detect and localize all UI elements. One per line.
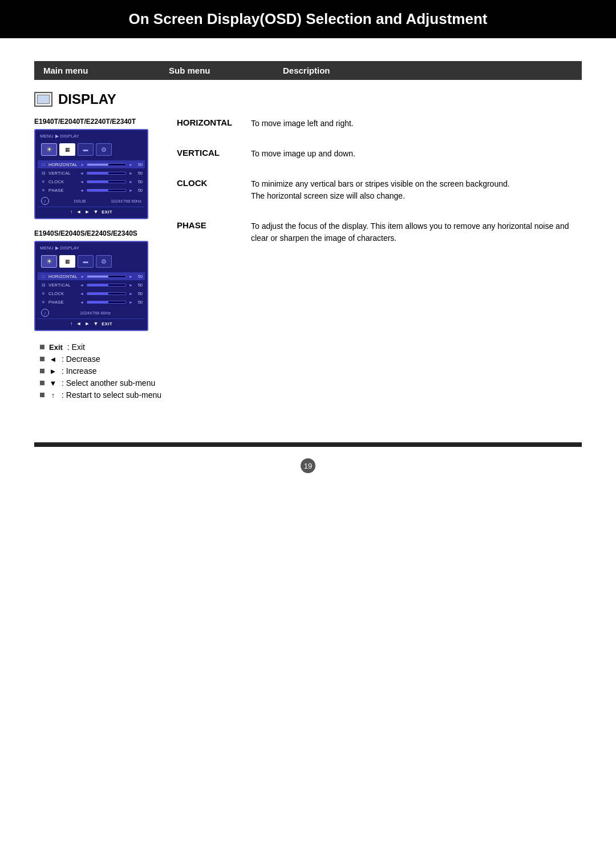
osd-icon-sun-2: ☀ [41, 255, 57, 268]
osd-row-vertical: ⊟ VERTICAL ◄ ► 50 [38, 169, 145, 177]
keyword-phase: PHASE [177, 220, 245, 230]
osd-row-horizontal-2: □ HORIZONTAL ◄ ► 50 [38, 272, 145, 280]
osd-slider-horizontal-2 [87, 275, 126, 278]
col-desc-header: Description [274, 61, 582, 80]
osd-value-vertical-2: 50 [135, 283, 143, 288]
osd-arrow-right-p2: ► [129, 300, 133, 304]
osd-horizontal-label: HORIZONTAL [48, 162, 78, 167]
bullet-decrease: ◄ : Decrease [40, 354, 582, 364]
osd-vertical-label-2: VERTICAL [48, 283, 78, 288]
text-phase: To adjust the focus of the display. This… [251, 220, 582, 244]
bullet-increase: ► : Increase [40, 366, 582, 376]
osd-nav-left-1: ◄ [76, 209, 82, 215]
osd-arrow-right-p: ► [129, 188, 133, 192]
osd-exit-label-1: EXIT [102, 209, 112, 215]
text-clock: To minimize any vertical bars or stripes… [251, 178, 582, 202]
osd-nav-bar-1: ↑ ◄ ► ▼ EXIT [38, 207, 145, 216]
osd-arrow-left-c2: ◄ [80, 292, 84, 296]
display-title-row: DISPLAY [34, 91, 582, 107]
bottom-divider [34, 442, 582, 447]
osd-nav-up-1: ↑ [70, 209, 73, 215]
bullet-square-decrease [40, 357, 44, 361]
osd-phase-label-2: PHASE [48, 300, 78, 305]
bullet-square-exit [40, 345, 44, 349]
bullet-square-submenu [40, 381, 44, 385]
text-vertical: To move image up and down. [251, 148, 582, 160]
col-main-header: Main menu [34, 61, 160, 80]
bullet-submenu: ▼ : Select another sub-menu [40, 378, 582, 388]
model2-label: E1940S/E2040S/E2240S/E2340S [34, 229, 171, 237]
bullet-icon-submenu: ▼ [49, 379, 57, 388]
display-icon [34, 92, 52, 107]
osd-arrow-right-c2: ► [129, 292, 133, 296]
osd-arrow-right-h2: ► [129, 275, 133, 279]
desc-phase: PHASE To adjust the focus of the display… [177, 220, 582, 244]
osd-dsub-1: DSUB [74, 199, 86, 204]
osd-nav-left-2: ◄ [76, 321, 82, 326]
osd-phase-icon-2: ≡ [40, 299, 47, 305]
osd-arrow-left-h: ◄ [80, 163, 84, 167]
osd-slider-clock [87, 180, 126, 183]
bullet-exit: Exit : Exit [40, 342, 582, 352]
osd-nav-up-2: ↑ [70, 321, 73, 326]
bullet-icon-increase: ► [49, 367, 57, 376]
bullet-icon-exit: Exit [49, 343, 63, 352]
model1-label: E1940T/E2040T/E2240T/E2340T [34, 118, 171, 126]
osd-arrow-left-p2: ◄ [80, 300, 84, 304]
bullet-section: Exit : Exit ◄ : Decrease ► : Increase ▼ … [40, 342, 582, 400]
osd-horizontal-icon-2: □ [40, 273, 47, 279]
osd-value-horizontal-2: 50 [135, 274, 143, 279]
osd-icons-row-2: ☀ ▦ ▬ ⚙ [38, 253, 145, 270]
osd-value-horizontal: 50 [135, 162, 143, 167]
bullet-text-exit: : Exit [67, 342, 85, 352]
osd-resolution-1: 1024X768 60Hz [111, 199, 141, 204]
osd-vertical-icon: ⊟ [40, 170, 47, 176]
osd-arrow-right-c: ► [129, 180, 133, 184]
desc-vertical: VERTICAL To move image up and down. [177, 148, 582, 160]
osd-icon-gear: ⚙ [96, 143, 112, 156]
osd-exit-label-2: EXIT [102, 321, 112, 326]
bullet-icon-restart: ↑ [49, 391, 57, 400]
osd-phase-label: PHASE [48, 188, 78, 193]
osd-descriptions: HORIZONTAL To move image left and right.… [171, 118, 582, 256]
osd-arrow-left-h2: ◄ [80, 275, 84, 279]
desc-clock: CLOCK To minimize any vertical bars or s… [177, 178, 582, 202]
osd-icon-grid: ▦ [59, 143, 75, 156]
bullet-icon-decrease: ◄ [49, 355, 57, 364]
bullet-text-submenu: : Select another sub-menu [62, 378, 155, 388]
osd-clock-label-2: CLOCK [48, 291, 78, 296]
osd-arrow-right-v: ► [129, 171, 133, 175]
osd-info-icon-2: i [41, 309, 49, 317]
osd-row-clock-2: ≡ CLOCK ◄ ► 50 [38, 289, 145, 297]
osd-row-phase: ≡ PHASE ◄ ► 50 [38, 186, 145, 194]
osd-row-vertical-2: ⊟ VERTICAL ◄ ► 50 [38, 281, 145, 289]
osd-slider-vertical-2 [87, 284, 126, 287]
osd-panels-left: E1940T/E2040T/E2240T/E2340T MENU ▶ DISPL… [34, 118, 171, 331]
osd-nav-right-2: ► [84, 321, 90, 326]
osd-info-icon-1: i [41, 197, 49, 205]
osd-arrow-left-v2: ◄ [80, 283, 84, 287]
osd-slider-phase [87, 189, 126, 192]
osd-horizontal-icon: □ [40, 162, 47, 167]
text-horizontal: To move image left and right. [251, 118, 582, 130]
osd-nav-down-2: ▼ [93, 321, 98, 326]
desc-horizontal: HORIZONTAL To move image left and right. [177, 118, 582, 130]
osd-clock-icon-2: ≡ [40, 291, 47, 296]
bullet-square-restart [40, 393, 44, 397]
osd-arrow-left-c: ◄ [80, 180, 84, 184]
page-number-circle: 19 [301, 458, 315, 473]
osd-vertical-icon-2: ⊟ [40, 282, 47, 288]
osd-value-clock-2: 50 [135, 291, 143, 296]
osd-value-vertical: 50 [135, 171, 143, 176]
page-title: On Screen Display(OSD) Selection and Adj… [0, 0, 616, 38]
page-number-area: 19 [0, 458, 616, 473]
osd-arrow-right-h: ► [129, 163, 133, 167]
osd-slider-vertical [87, 172, 126, 175]
osd-resolution-2: 1024X768 60Hz [49, 310, 141, 316]
osd-nav-bar-2: ↑ ◄ ► ▼ EXIT [38, 318, 145, 328]
osd-value-phase-2: 50 [135, 300, 143, 305]
bullet-text-decrease: : Decrease [62, 354, 100, 364]
col-sub-header: Sub menu [160, 61, 274, 80]
osd-value-phase: 50 [135, 188, 143, 193]
osd-section: E1940T/E2040T/E2240T/E2340T MENU ▶ DISPL… [34, 118, 582, 331]
